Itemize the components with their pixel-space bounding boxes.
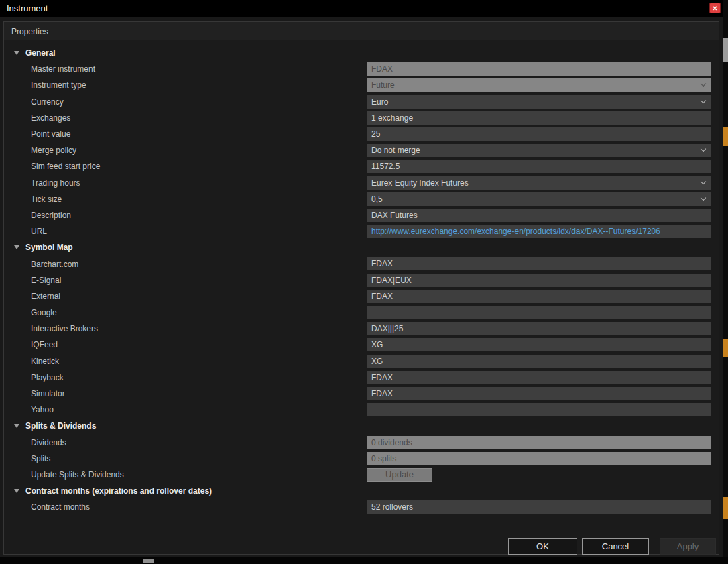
field-value: 0 splits	[371, 454, 396, 463]
bottom-notch	[143, 559, 154, 563]
property-row-exchanges: Exchanges1 exchange	[4, 110, 719, 126]
field-interactive-brokers[interactable]: DAX|||25	[367, 322, 711, 335]
property-row-external: ExternalFDAX	[4, 288, 719, 304]
properties-header-label: Properties	[11, 27, 48, 36]
url-field: http://www.eurexchange.com/exchange-en/p…	[367, 225, 711, 238]
property-row-currency: CurrencyEuro	[4, 94, 719, 110]
field-tick-size[interactable]: 0,5	[367, 192, 711, 206]
property-row-interactive-brokers: Interactive BrokersDAX|||25	[4, 321, 719, 337]
background-bottom-strip	[0, 557, 728, 564]
field-value: Do not merge	[371, 146, 420, 155]
section-label: General	[25, 48, 56, 58]
property-row-merge-policy: Merge policyDo not merge	[4, 142, 719, 158]
collapse-triangle-icon[interactable]	[14, 51, 19, 55]
field-yahoo[interactable]	[367, 403, 711, 416]
field-barchart-com[interactable]: FDAX	[367, 257, 711, 270]
property-label: Instrument type	[4, 80, 86, 90]
field-value: 0 dividends	[371, 438, 412, 447]
property-label: Splits	[4, 454, 50, 463]
property-row-master-instrument: Master instrumentFDAX	[4, 61, 719, 77]
field-simulator[interactable]: FDAX	[367, 387, 711, 400]
property-label: Contract months	[4, 502, 90, 512]
url-link[interactable]: http://www.eurexchange.com/exchange-en/p…	[371, 227, 660, 236]
field-external[interactable]: FDAX	[367, 290, 711, 303]
field-description[interactable]: DAX Futures	[367, 209, 711, 222]
property-field-cell: 0,5	[367, 192, 711, 206]
section-label: Contract months (expirations and rollove…	[25, 486, 212, 496]
property-field-cell: 25	[367, 127, 711, 141]
property-label: Currency	[4, 97, 64, 107]
ok-button[interactable]: OK	[508, 538, 577, 555]
property-label: E-Signal	[4, 276, 61, 285]
field-google[interactable]	[367, 306, 711, 319]
field-playback[interactable]: FDAX	[367, 371, 711, 384]
property-row-google: Google	[4, 304, 719, 321]
field-value: FDAX	[371, 292, 393, 301]
field-currency[interactable]: Euro	[367, 95, 711, 109]
field-value: FDAX	[371, 259, 393, 268]
field-iqfeed[interactable]: XG	[367, 338, 711, 351]
property-field-cell: FDAX	[367, 257, 711, 270]
property-label: Kinetick	[4, 357, 59, 366]
property-field-cell	[367, 403, 711, 416]
collapse-triangle-icon[interactable]	[14, 489, 19, 493]
section-header-symbol-map[interactable]: Symbol Map	[4, 239, 719, 256]
property-row-kinetick: KinetickXG	[4, 353, 719, 370]
instrument-dialog: Instrument ✕ Properties GeneralMaster in…	[0, 0, 723, 557]
property-field-cell: FDAX|EUX	[367, 274, 711, 287]
property-row-point-value: Point value25	[4, 126, 719, 142]
field-value: Eurex Equity Index Futures	[371, 178, 469, 188]
field-kinetick[interactable]: XG	[367, 355, 711, 368]
field-value: 25	[371, 129, 380, 139]
field-merge-policy[interactable]: Do not merge	[367, 144, 711, 157]
collapse-triangle-icon[interactable]	[14, 245, 19, 249]
field-e-signal[interactable]: FDAX|EUX	[367, 274, 711, 287]
field-master-instrument: FDAX	[367, 62, 711, 76]
collapse-triangle-icon[interactable]	[14, 424, 19, 428]
property-row-description: DescriptionDAX Futures	[4, 207, 719, 223]
cancel-button[interactable]: Cancel	[582, 538, 649, 555]
property-field-cell: Future	[367, 78, 711, 92]
field-trading-hours[interactable]: Eurex Equity Index Futures	[367, 176, 711, 190]
property-field-cell: XG	[367, 338, 711, 351]
field-value: XG	[371, 357, 383, 366]
section-label: Symbol Map	[25, 243, 73, 252]
property-label: Simulator	[4, 389, 65, 398]
property-field-cell: 1 exchange	[367, 111, 711, 125]
field-splits: 0 splits	[367, 452, 711, 465]
field-instrument-type: Future	[367, 78, 711, 92]
property-grid: GeneralMaster instrumentFDAXInstrument t…	[4, 45, 719, 515]
property-field-cell: 0 splits	[367, 452, 711, 465]
scrollbar-thumb[interactable]	[723, 38, 728, 62]
field-value: 52 rollovers	[371, 502, 413, 512]
property-row-instrument-type: Instrument typeFuture	[4, 77, 719, 93]
property-row-yahoo: Yahoo	[4, 402, 719, 418]
field-contract-months[interactable]: 52 rollovers	[367, 500, 711, 514]
section-header-general[interactable]: General	[4, 45, 719, 61]
property-field-cell: 0 dividends	[367, 436, 711, 449]
property-field-cell: FDAX	[367, 62, 711, 76]
field-exchanges[interactable]: 1 exchange	[367, 111, 711, 125]
field-point-value[interactable]: 25	[367, 127, 711, 141]
field-sim-feed-start-price[interactable]: 11572.5	[367, 160, 711, 173]
apply-button: Apply	[660, 538, 716, 555]
property-field-cell: http://www.eurexchange.com/exchange-en/p…	[367, 225, 711, 238]
field-value: Euro	[371, 97, 388, 107]
edge-marker-orange	[723, 497, 728, 519]
property-row-splits: Splits0 splits	[4, 451, 719, 467]
property-row-trading-hours: Trading hoursEurex Equity Index Futures	[4, 175, 719, 191]
section-header-contract-months-expirations-and-rollover-dates[interactable]: Contract months (expirations and rollove…	[4, 483, 719, 499]
property-field-cell: Eurex Equity Index Futures	[367, 176, 711, 190]
property-field-cell: Update	[367, 468, 711, 482]
property-label: Description	[4, 211, 71, 220]
field-value: FDAX	[371, 389, 393, 398]
close-button[interactable]: ✕	[709, 3, 721, 13]
field-value: DAX|||25	[371, 324, 403, 333]
section-header-splits-dividends[interactable]: Splits & Dividends	[4, 418, 719, 434]
field-value: XG	[371, 340, 383, 349]
field-value: FDAX|EUX	[371, 276, 412, 285]
property-label: Google	[4, 308, 57, 317]
property-row-url: URLhttp://www.eurexchange.com/exchange-e…	[4, 223, 719, 239]
field-value: DAX Futures	[371, 211, 418, 220]
property-row-playback: PlaybackFDAX	[4, 370, 719, 386]
